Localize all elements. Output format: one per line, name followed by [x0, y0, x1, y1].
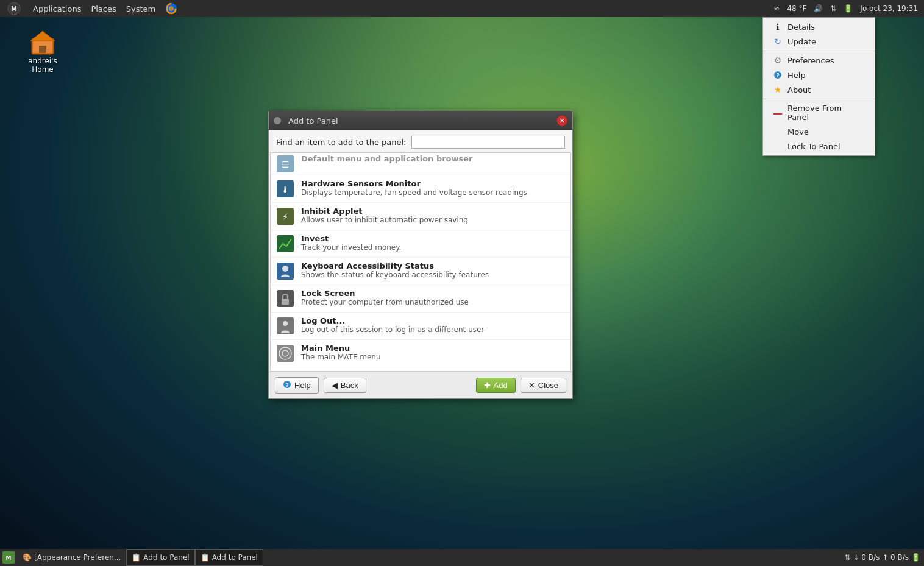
back-btn-label: Back	[341, 381, 358, 390]
item-text: Invest Track your invested money.	[301, 234, 566, 252]
item-desc: Track your invested money.	[301, 243, 566, 252]
add-icon: ✚	[484, 381, 491, 390]
close-btn-label: Close	[538, 381, 558, 390]
item-text: Log Out... Log out of this session to lo…	[301, 316, 566, 334]
help-btn-label: Help	[294, 381, 311, 390]
item-name: Main Menu	[301, 344, 566, 353]
item-icon	[275, 344, 295, 363]
titlebar-dot	[274, 117, 281, 124]
dialog-titlebar: Add to Panel ✕	[269, 111, 572, 130]
list-item[interactable]: Invest Track your invested money.	[271, 230, 570, 258]
item-desc: Allows user to inhibit automatic power s…	[301, 216, 566, 224]
item-name: Menu Bar	[301, 371, 566, 372]
item-text: Lock Screen Protect your computer from u…	[301, 289, 566, 306]
item-text: Menu Bar A custom menu bar	[301, 371, 566, 372]
item-icon	[275, 234, 295, 253]
svg-text:?: ?	[285, 382, 289, 388]
dialog-close-button[interactable]: ✕	[556, 115, 567, 126]
item-name: Invest	[301, 234, 566, 243]
dialog-search-bar: Find an item to add to the panel:	[269, 130, 572, 152]
item-text: Hardware Sensors Monitor Displays temper…	[301, 179, 566, 197]
list-item[interactable]: Menu Bar A custom menu bar	[271, 367, 570, 372]
list-item[interactable]: Keyboard Accessibility Status Shows the …	[271, 258, 570, 285]
dialog-title: Add to Panel	[288, 116, 552, 126]
back-icon: ◀	[332, 381, 338, 390]
search-label: Find an item to add to the panel:	[276, 138, 407, 147]
search-input[interactable]	[411, 136, 566, 149]
svg-text:🌡: 🌡	[281, 185, 290, 194]
list-item[interactable]: Lock Screen Protect your computer from u…	[271, 285, 570, 313]
close-button[interactable]: ✕ Close	[521, 378, 566, 393]
item-name: Inhibit Applet	[301, 207, 566, 216]
dialog-buttons: ? Help ◀ Back ✚ Add ✕ Close	[269, 372, 572, 398]
item-icon	[275, 261, 295, 281]
svg-rect-16	[277, 235, 294, 252]
item-icon	[275, 289, 295, 308]
list-item[interactable]: Log Out... Log out of this session to lo…	[271, 313, 570, 340]
back-button[interactable]: ◀ Back	[324, 378, 366, 393]
item-name: Hardware Sensors Monitor	[301, 179, 566, 188]
svg-point-22	[283, 321, 288, 326]
list-item[interactable]: ⚡ Inhibit Applet Allows user to inhibit …	[271, 203, 570, 230]
item-desc: The main MATE menu	[301, 353, 566, 361]
item-desc: Protect your computer from unauthorized …	[301, 298, 566, 306]
svg-rect-20	[282, 299, 289, 305]
list-item[interactable]: 🌡 Hardware Sensors Monitor Displays temp…	[271, 175, 570, 203]
item-icon	[275, 371, 295, 372]
item-icon: ⚡	[275, 207, 295, 226]
item-text: Keyboard Accessibility Status Shows the …	[301, 261, 566, 279]
item-icon	[275, 316, 295, 336]
add-btn-label: Add	[494, 381, 508, 390]
item-name: Log Out...	[301, 316, 566, 325]
item-text: Main Menu The main MATE menu	[301, 344, 566, 361]
svg-point-18	[282, 266, 288, 272]
help-button[interactable]: ? Help	[275, 377, 319, 394]
help-btn-icon: ?	[283, 380, 291, 391]
dialog-overlay: Add to Panel ✕ Find an item to add to th…	[0, 0, 924, 566]
item-desc: Displays temperature, fan speed and volt…	[301, 188, 566, 197]
close-icon: ✕	[528, 381, 535, 390]
item-name: Lock Screen	[301, 289, 566, 298]
svg-text:☰: ☰	[282, 160, 290, 169]
item-icon: ☰	[275, 154, 295, 174]
item-desc: Shows the status of keyboard accessibili…	[301, 271, 566, 279]
item-name: Keyboard Accessibility Status	[301, 261, 566, 271]
item-text: Inhibit Applet Allows user to inhibit au…	[301, 207, 566, 224]
item-desc: Log out of this session to log in as a d…	[301, 325, 566, 334]
item-name: Default menu and application browser	[301, 154, 566, 163]
list-item[interactable]: Main Menu The main MATE menu	[271, 340, 570, 367]
panel-items-list[interactable]: ☰ Default menu and application browser 🌡…	[270, 152, 571, 372]
add-button[interactable]: ✚ Add	[476, 378, 516, 393]
list-item[interactable]: ☰ Default menu and application browser	[271, 153, 570, 175]
item-text: Default menu and application browser	[301, 154, 566, 163]
item-icon: 🌡	[275, 179, 295, 199]
add-to-panel-dialog: Add to Panel ✕ Find an item to add to th…	[268, 111, 573, 399]
svg-text:⚡: ⚡	[282, 212, 288, 222]
